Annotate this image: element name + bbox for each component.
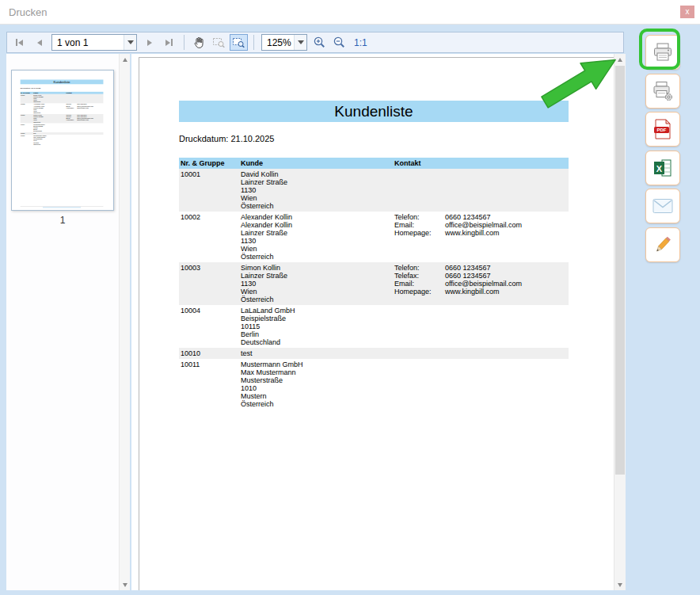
zoom-region-button[interactable] [230,34,248,51]
table-row: 10011Mustermann GmbH Max Mustermann Must… [179,359,569,410]
print-setup-button[interactable] [645,74,680,109]
table-row: 10002Alexander Kollin Alexander Kollin L… [179,212,569,262]
thumbnail-scrollbar[interactable] [119,54,130,590]
first-page-button[interactable] [10,34,29,51]
magnifier-plus-icon [313,36,326,49]
preview-scrollbar[interactable] [614,54,626,590]
thumbnail-page[interactable]: Kundenliste Druckdatum: 21.10.2025 Nr. &… [11,70,114,211]
svg-text:PDF: PDF [657,128,667,132]
scroll-up-arrow[interactable] [614,54,626,65]
page-select[interactable]: 1 von 1 [51,34,137,51]
column-header-nr: Nr. & Gruppe [181,159,241,167]
next-page-button[interactable] [140,34,158,51]
zoom-select[interactable]: 125% [261,34,307,51]
print-date: Druckdatum: 21.10.2025 [21,86,104,89]
printer-icon [652,41,674,63]
table-row: 10001David Kollin Lainzer Straße 1130 Wi… [21,94,104,104]
hand-icon [192,36,206,49]
zoom-in-button[interactable] [310,34,329,51]
preview-area: Kundenliste Druckdatum: 21.10.2025 Nr. &… [131,54,626,590]
pdf-icon: PDF [652,118,673,140]
email-icon [652,197,674,215]
send-email-button[interactable] [645,189,680,223]
thumbnail-page-slot: Kundenliste Druckdatum: 21.10.2025 Nr. &… [12,71,113,211]
close-button[interactable]: x [680,6,694,18]
column-header-kontakt: Kontakt [394,159,567,167]
document-title: Kundenliste [179,101,569,122]
column-header-kontakt: Kontakt [67,92,103,93]
magnifier-minus-icon [333,36,346,49]
scrollbar-thumb[interactable] [615,66,625,475]
svg-text:X: X [656,164,663,174]
table-row: 10001David Kollin Lainzer Straße 1130 Wi… [179,169,569,212]
edit-button[interactable] [645,227,680,262]
table-row: 10003Simon Kollin Lainzer Straße 1130 Wi… [179,262,569,305]
print-date-label: Druckdatum: [179,134,228,143]
toolbar-separator [184,35,185,50]
zoom-out-button[interactable] [330,34,348,51]
document-page: Kundenliste Druckdatum: 21.10.2025 Nr. &… [12,71,113,211]
document-page: Kundenliste Druckdatum: 21.10.2025 Nr. &… [139,58,614,590]
print-date-label: Druckdatum: [21,86,31,89]
dynamic-zoom-button[interactable] [210,34,228,51]
zoom-region-icon [232,36,245,49]
document-content: Kundenliste Druckdatum: 21.10.2025 Nr. &… [139,58,614,410]
customer-table: Nr. & Gruppe Kunde Kontakt 10001David Ko… [21,92,104,146]
page-holder: Kundenliste Druckdatum: 21.10.2025 Nr. &… [139,57,615,590]
customer-table: Nr. & Gruppe Kunde Kontakt 10001David Ko… [179,158,569,410]
print-dialog-window: Drucken x 1 von 1 [0,0,700,595]
document-table-rows: 10001David Kollin Lainzer Straße 1130 Wi… [179,169,569,410]
table-row: 10010test [179,348,569,359]
thumbnail-page-number: 1 [11,215,114,226]
marquee-zoom-disabled-icon [212,36,226,49]
document-table-rows: 10001David Kollin Lainzer Straße 1130 Wi… [21,94,104,146]
table-header-row: Nr. & Gruppe Kunde Kontakt [179,158,569,169]
document-footer-bar [43,207,81,208]
column-header-kunde: Kunde [241,159,394,167]
table-row: 10004LaLaLand GmbH Beispielstraße 10115 … [21,123,104,132]
zoom-select-value: 125% [262,37,294,48]
pencil-icon [652,235,673,255]
pan-button[interactable] [190,34,208,51]
prev-page-button[interactable] [30,34,48,51]
table-row: 10002Alexander Kollin Alexander Kollin L… [21,103,104,114]
document-title: Kundenliste [21,80,104,85]
thumbnail-panel: Kundenliste Druckdatum: 21.10.2025 Nr. &… [6,54,130,590]
scroll-down-arrow[interactable] [120,579,130,590]
table-row: 10011Mustermann GmbH Max Mustermann Must… [21,135,104,146]
column-header-kunde: Kunde [33,92,66,93]
preview-toolbar: 1 von 1 [6,32,624,53]
printer-setup-icon [652,80,674,102]
scroll-down-arrow[interactable] [614,579,626,590]
titlebar: Drucken x [0,0,700,25]
export-excel-button[interactable]: X [645,151,680,185]
toolbar-separator [253,35,254,50]
page-select-value: 1 von 1 [52,37,124,48]
dialog-content: 1 von 1 [0,25,700,595]
document-footer [21,206,104,208]
print-date-value: 21.10.2025 [230,134,274,143]
print-button[interactable] [645,35,680,70]
table-row: 10003Simon Kollin Lainzer Straße 1130 Wi… [21,114,104,124]
excel-icon: X [652,158,673,178]
chevron-down-icon [124,35,136,50]
table-row: 10004LaLaLand GmbH Beispielstraße 10115 … [179,305,569,348]
column-header-nr: Nr. & Gruppe [21,92,33,93]
scroll-up-arrow[interactable] [120,54,130,65]
last-page-button[interactable] [160,34,178,51]
window-title: Drucken [9,6,47,18]
actual-size-button[interactable]: 1:1 [350,34,371,51]
action-sidebar: PDF X [626,25,700,595]
print-date: Druckdatum: 21.10.2025 [179,134,569,143]
export-pdf-button[interactable]: PDF [645,112,680,147]
chevron-down-icon [294,35,306,50]
document-content: Kundenliste Druckdatum: 21.10.2025 Nr. &… [12,71,113,146]
print-date-value: 21.10.2025 [32,86,41,89]
